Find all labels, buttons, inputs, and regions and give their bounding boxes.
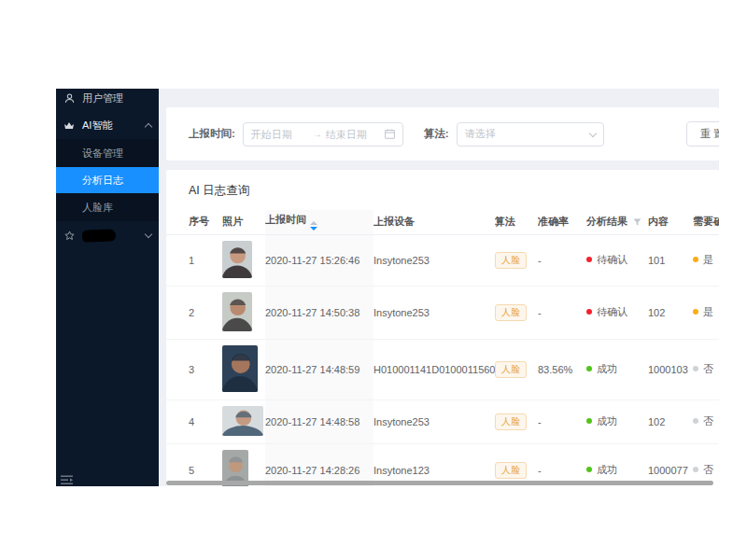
cell-accuracy: - [538, 234, 586, 286]
sidebar-item-label: 设备管理 [82, 147, 123, 161]
end-date-input[interactable] [326, 129, 384, 140]
log-table-card: AI 日志查询 序号 照片 上报时间 上报设备 算法 准确率 [166, 170, 719, 486]
status-dot [586, 418, 592, 424]
status-dot [693, 309, 698, 315]
cell-content: 102 [648, 286, 693, 339]
horizontal-scrollbar[interactable] [166, 481, 713, 485]
table-row: 3 2020-11-27 14:48:59 H010001141D0100011… [166, 339, 719, 399]
cell-accuracy: 83.56% [538, 339, 586, 399]
need-text: 否 [703, 363, 713, 374]
col-need-confirm: 需要确认 [693, 210, 719, 234]
cell-result: 成功 [586, 339, 648, 399]
cell-index: 3 [166, 339, 222, 399]
cell-report-time: 2020-11-27 14:50:38 [265, 286, 374, 339]
start-date-input[interactable] [251, 129, 309, 140]
col-result[interactable]: 分析结果 [586, 210, 648, 234]
col-report-time-label: 上报时间 [265, 214, 306, 225]
algorithm-tag: 人脸 [495, 462, 527, 479]
result-text: 成功 [597, 415, 617, 427]
algorithm-tag: 人脸 [495, 413, 527, 430]
algorithm-tag: 人脸 [495, 361, 527, 378]
result-text: 待确认 [597, 306, 627, 317]
table-row: 1 2020-11-27 15:26:46 Insytone253 人脸 - 待… [166, 234, 719, 286]
sidebar-item-redacted[interactable] [56, 221, 159, 249]
status-dot [693, 257, 698, 262]
cell-accuracy: - [538, 286, 586, 339]
ai-icon [63, 119, 75, 131]
photo-thumbnail[interactable] [222, 406, 263, 436]
cell-report-time: 2020-11-27 15:26:46 [265, 234, 374, 286]
chevron-down-icon [145, 230, 152, 237]
log-table: 序号 照片 上报时间 上报设备 算法 准确率 分析结果 内容 需要确认 [166, 210, 719, 486]
sidebar: 用户管理 AI智能 设备管理 分析日志 人脸库 [56, 89, 159, 486]
cell-index: 1 [166, 234, 222, 286]
cell-need: 否 [693, 339, 719, 399]
sidebar-item-label: AI智能 [82, 119, 112, 133]
cell-need: 否 [693, 399, 719, 443]
photo-thumbnail[interactable] [222, 292, 252, 331]
cell-device: Insytone253 [374, 399, 495, 443]
col-report-time[interactable]: 上报时间 [265, 210, 374, 234]
cell-device: Insytone253 [374, 286, 495, 339]
status-dot [586, 467, 592, 472]
result-text: 成功 [597, 464, 617, 475]
user-icon [63, 92, 75, 104]
status-dot [586, 309, 592, 315]
col-content: 内容 [648, 210, 693, 234]
cell-need: 是 [693, 286, 719, 339]
cell-algorithm: 人脸 [495, 399, 538, 443]
result-text: 成功 [597, 363, 617, 374]
date-range-separator: → [313, 129, 322, 139]
chevron-up-icon [145, 122, 152, 130]
filter-funnel-icon[interactable] [633, 217, 641, 228]
cell-photo [222, 399, 265, 443]
sidebar-item-user-management[interactable]: 用户管理 [56, 89, 159, 107]
table-row: 4 2020-11-27 14:48:58 Insytone253 人脸 - 成… [166, 399, 719, 443]
col-photo: 照片 [222, 210, 265, 234]
reset-button[interactable]: 重 置 [686, 121, 719, 147]
photo-thumbnail[interactable] [222, 345, 258, 392]
cell-index: 2 [166, 286, 222, 339]
badge-icon [63, 230, 75, 241]
cell-content: 102 [648, 399, 693, 443]
cell-content: 1000103 [648, 339, 693, 399]
table-body: 1 2020-11-27 15:26:46 Insytone253 人脸 - 待… [166, 234, 719, 486]
sidebar-item-label: 用户管理 [82, 91, 123, 105]
sidebar-submenu: 设备管理 分析日志 人脸库 [56, 139, 159, 221]
need-text: 是 [703, 306, 713, 317]
redacted-label [82, 229, 116, 242]
cell-content: 101 [648, 234, 693, 286]
col-index: 序号 [166, 210, 222, 234]
status-dot [693, 467, 698, 472]
date-range-picker[interactable]: → [243, 122, 403, 147]
col-accuracy: 准确率 [538, 210, 586, 234]
sidebar-item-ai[interactable]: AI智能 [56, 111, 159, 139]
photo-thumbnail[interactable] [222, 241, 252, 278]
status-dot [586, 257, 592, 262]
cell-report-time: 2020-11-27 14:48:58 [265, 399, 374, 443]
sidebar-item-label: 分析日志 [82, 174, 123, 188]
sidebar-item-device-management[interactable]: 设备管理 [56, 139, 159, 167]
chevron-down-icon [588, 129, 596, 136]
cell-algorithm: 人脸 [495, 234, 538, 286]
status-dot [586, 366, 592, 371]
cell-photo [222, 339, 265, 399]
table-row: 2 2020-11-27 14:50:38 Insytone253 人脸 - 待… [166, 286, 719, 339]
sidebar-item-face-library[interactable]: 人脸库 [56, 193, 159, 221]
cell-photo [222, 286, 265, 339]
algorithm-tag: 人脸 [495, 304, 527, 321]
col-result-label: 分析结果 [586, 216, 627, 227]
algorithm-select[interactable]: 请选择 [457, 122, 604, 147]
sort-icon[interactable] [310, 221, 317, 231]
cell-report-time: 2020-11-27 14:48:59 [265, 339, 374, 399]
table-header-row: 序号 照片 上报时间 上报设备 算法 准确率 分析结果 内容 需要确认 [166, 210, 719, 234]
filter-bar: 上报时间: → 算法: 请选择 重 置 [166, 107, 719, 161]
sidebar-item-analysis-log[interactable]: 分析日志 [56, 167, 159, 193]
sidebar-collapse-icon[interactable] [61, 472, 74, 483]
col-algorithm: 算法 [495, 210, 538, 234]
need-text: 否 [703, 464, 713, 475]
col-device: 上报设备 [374, 210, 495, 234]
result-text: 待确认 [597, 254, 627, 265]
cell-need: 是 [693, 234, 719, 286]
cell-algorithm: 人脸 [495, 286, 538, 339]
